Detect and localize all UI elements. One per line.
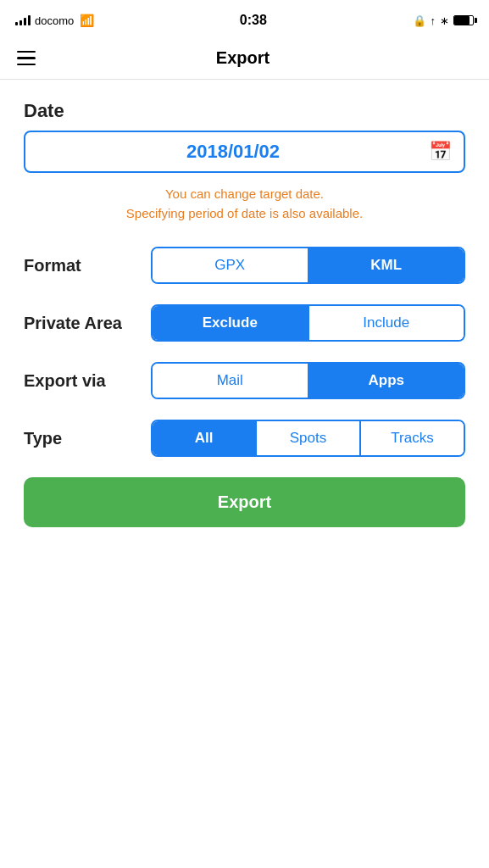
export-via-segmented: Mail Apps [151, 362, 465, 399]
export-via-label: Export via [24, 371, 151, 391]
format-kml-button[interactable]: KML [309, 248, 464, 282]
date-field[interactable]: 2018/01/02 📅 [24, 131, 465, 173]
carrier-label: docomo [35, 14, 74, 27]
private-area-row: Private Area Exclude Include [24, 304, 465, 342]
calendar-icon[interactable]: 📅 [429, 141, 452, 163]
content-area: Date 2018/01/02 📅 You can change target … [0, 80, 489, 868]
date-info-text: You can change target date. Specifying p… [24, 185, 465, 223]
mail-button[interactable]: Mail [153, 364, 309, 398]
status-left: docomo 📶 [15, 14, 94, 27]
signal-icon [15, 15, 31, 25]
page-title: Export [39, 48, 447, 68]
type-segmented: All Spots Tracks [151, 420, 465, 457]
nav-bar: Export [0, 37, 489, 80]
date-value: 2018/01/02 [37, 141, 429, 163]
type-tracks-button[interactable]: Tracks [361, 421, 464, 455]
format-row: Format GPX KML [24, 247, 465, 284]
type-spots-button[interactable]: Spots [257, 421, 361, 455]
apps-button[interactable]: Apps [309, 364, 464, 398]
private-area-segmented: Exclude Include [151, 304, 465, 342]
location-icon: ↑ [431, 14, 436, 27]
type-label: Type [24, 429, 151, 448]
battery-icon [453, 15, 474, 25]
format-gpx-button[interactable]: GPX [153, 248, 309, 282]
status-bar: docomo 📶 0:38 🔒 ↑ ∗ [0, 0, 489, 37]
include-button[interactable]: Include [309, 306, 464, 340]
status-time: 0:38 [240, 13, 267, 28]
format-segmented: GPX KML [151, 247, 465, 284]
date-section-label: Date [24, 100, 465, 122]
type-all-button[interactable]: All [153, 421, 257, 455]
bluetooth-icon: ∗ [440, 14, 449, 27]
format-label: Format [24, 256, 151, 275]
exclude-button[interactable]: Exclude [153, 306, 309, 340]
type-row: Type All Spots Tracks [24, 420, 465, 457]
wifi-icon: 📶 [80, 14, 94, 27]
menu-button[interactable] [14, 47, 39, 70]
private-area-label: Private Area [24, 314, 151, 333]
lock-icon: 🔒 [413, 14, 426, 27]
export-section: Export [24, 477, 465, 527]
status-right: 🔒 ↑ ∗ [413, 14, 475, 27]
export-via-row: Export via Mail Apps [24, 362, 465, 399]
export-button[interactable]: Export [24, 477, 465, 527]
